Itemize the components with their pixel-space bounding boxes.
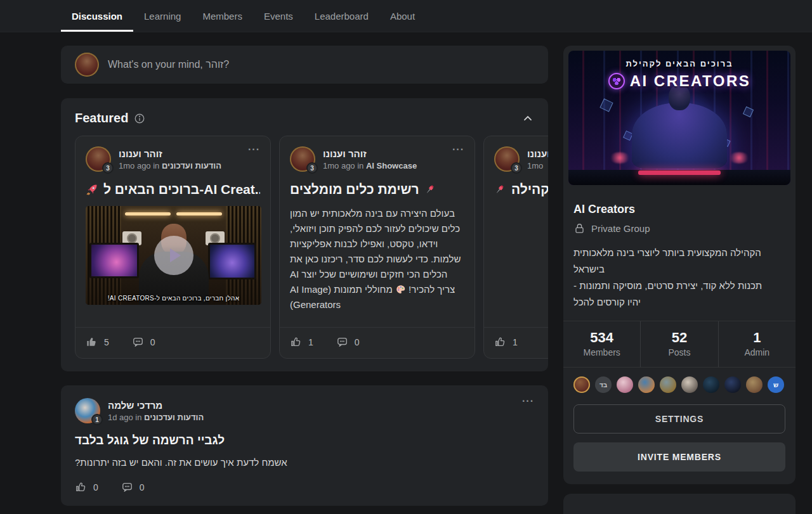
like-count: 1 — [308, 337, 313, 347]
featured-post-tools[interactable]: 3 זוהר וענונו 1mo ago in AI Showcase ··· — [279, 136, 475, 359]
member-avatar[interactable] — [703, 376, 719, 393]
member-avatar[interactable] — [638, 376, 655, 393]
composer-placeholder: What's on your mind, זוהר? — [108, 59, 229, 70]
author-name[interactable]: זוהר וענונו — [527, 148, 548, 159]
level-badge: 3 — [306, 162, 318, 174]
comment-button[interactable]: 0 — [132, 336, 155, 348]
author-avatar[interactable]: 3 — [494, 146, 520, 172]
member-avatar[interactable]: ש — [768, 376, 784, 393]
member-avatar[interactable] — [724, 376, 741, 393]
feed-post[interactable]: 1 מרדכי שלמה 1d ago in הודעות ועדכונים ·… — [61, 385, 548, 506]
comment-count: 0 — [355, 337, 360, 347]
author-avatar[interactable]: 1 — [75, 398, 100, 423]
current-user-avatar[interactable] — [75, 53, 99, 77]
info-icon[interactable] — [134, 113, 145, 124]
like-count: 0 — [93, 482, 98, 492]
comment-count: 0 — [150, 337, 155, 347]
top-navigation: Discussion Learning Members Events Leade… — [0, 0, 812, 32]
tab-discussion[interactable]: Discussion — [61, 0, 133, 32]
author-name[interactable]: זוהר וענונו — [323, 148, 445, 159]
video-caption: אהלן חברים, ברוכים הבאים ל-AI CREATORS! — [86, 295, 261, 302]
post-meta: 1mo ago in AI Showcase — [323, 161, 445, 170]
tab-learning[interactable]: Learning — [133, 0, 192, 32]
like-button[interactable]: 1 — [494, 336, 518, 348]
stat-posts[interactable]: 52 Posts — [640, 321, 717, 367]
post-title-text: קהילה — [511, 182, 548, 197]
group-banner-image: ברוכים הבאים לקהילת AI CREATORS — [568, 51, 790, 185]
glowing-hand — [728, 152, 750, 164]
banner-welcome-text: ברוכים הבאים לקהילת — [625, 59, 733, 68]
studio-light — [125, 212, 171, 215]
more-menu-icon[interactable]: ··· — [522, 398, 534, 404]
video-thumbnail[interactable]: אהלן חברים, ברוכים הבאים ל-AI CREATORS! — [86, 206, 261, 305]
member-avatars-row: בד ש — [563, 368, 796, 403]
featured-section: Featured 3 זוהר וענונו — [61, 98, 548, 371]
level-badge: 1 — [91, 414, 103, 425]
stat-admins[interactable]: 1 Admin — [718, 321, 796, 367]
hologram-figure — [632, 103, 727, 169]
banner-brand-text: AI CREATORS — [630, 72, 751, 90]
level-badge: 3 — [511, 162, 522, 174]
post-body: אשמח לדעת איך עושים את זה. והאם יש בזה י… — [75, 455, 534, 470]
more-menu-icon[interactable]: ··· — [452, 146, 464, 153]
post-title: לגביי הרשמה של גוגל בלבד — [75, 434, 534, 447]
category-link[interactable]: הודעות ועדכונים — [162, 161, 221, 170]
tab-about[interactable]: About — [379, 0, 426, 32]
member-avatar[interactable] — [746, 376, 763, 393]
like-button[interactable]: 5 — [86, 336, 109, 348]
post-meta: 1d ago in הודעות ועדכונים — [108, 413, 514, 422]
pushpin-icon — [494, 184, 506, 196]
author-avatar[interactable]: 3 — [290, 146, 315, 172]
brain-icon — [608, 73, 625, 89]
member-avatar[interactable] — [573, 376, 590, 393]
category-link[interactable]: הודעות ועדכונים — [144, 413, 204, 422]
monitor-screen — [208, 243, 256, 279]
featured-post-welcome[interactable]: 3 זוהר וענונו 1mo ago in הודעות ועדכונים… — [75, 136, 271, 359]
author-avatar[interactable]: 3 — [86, 146, 111, 172]
member-avatar[interactable] — [617, 376, 633, 393]
tab-events[interactable]: Events — [253, 0, 304, 32]
featured-post-community[interactable]: 3 זוהר וענונו 1mo — [483, 136, 548, 359]
member-avatar[interactable] — [660, 376, 676, 393]
level-badge: 3 — [102, 162, 114, 174]
post-reactions: 1 0 — [280, 327, 475, 348]
post-title: ברוכים הבאים ל-AI Creat... — [86, 182, 260, 197]
stat-members[interactable]: 534 Members — [563, 321, 640, 367]
post-reactions: 1 — [484, 327, 548, 348]
comment-button[interactable]: 0 — [121, 481, 145, 493]
group-description: הקהילה המקצועית ביותר ליוצרי בינה מלאכות… — [573, 245, 785, 321]
member-avatar[interactable] — [681, 376, 698, 393]
feed-column: What's on your mind, זוהר? Featured — [61, 46, 548, 506]
leaderboard-card: Leaderboard (30-days) — [563, 494, 796, 514]
more-menu-icon[interactable]: ··· — [248, 146, 260, 153]
author-name[interactable]: מרדכי שלמה — [108, 400, 514, 411]
tab-members[interactable]: Members — [192, 0, 253, 32]
palette-icon — [395, 284, 406, 295]
post-composer[interactable]: What's on your mind, זוהר? — [61, 46, 548, 84]
post-meta: 1mo ago in הודעות ועדכונים — [119, 161, 240, 170]
studio-light — [176, 212, 222, 215]
featured-title: Featured — [75, 111, 128, 125]
play-button[interactable] — [154, 236, 193, 275]
post-meta: 1mo — [527, 161, 548, 170]
author-name[interactable]: זוהר וענונו — [119, 148, 240, 159]
monitor-screen — [89, 243, 139, 278]
post-title: רשימת כלים מומלצים — [290, 182, 464, 197]
lock-icon — [573, 222, 586, 235]
settings-button[interactable]: SETTINGS — [573, 404, 785, 434]
invite-members-button[interactable]: INVITE MEMBERS — [573, 442, 785, 472]
privacy-label: Private Group — [591, 223, 650, 234]
group-name: AI Creators — [573, 203, 785, 216]
collapse-chevron-up-icon[interactable] — [521, 112, 534, 125]
post-reactions: 5 0 — [75, 327, 270, 348]
tab-leaderboard[interactable]: Leaderboard — [304, 0, 379, 32]
group-card: ברוכים הבאים לקהילת AI CREATORS AI Creat… — [563, 46, 796, 484]
comment-button[interactable]: 0 — [336, 336, 360, 348]
category-link[interactable]: AI Showcase — [366, 161, 417, 170]
member-avatar[interactable]: בד — [595, 376, 612, 393]
like-count: 1 — [513, 337, 518, 347]
like-button[interactable]: 1 — [290, 336, 313, 348]
pushpin-icon — [424, 184, 436, 196]
like-button[interactable]: 0 — [75, 481, 98, 493]
glowing-keyboard — [638, 170, 721, 175]
